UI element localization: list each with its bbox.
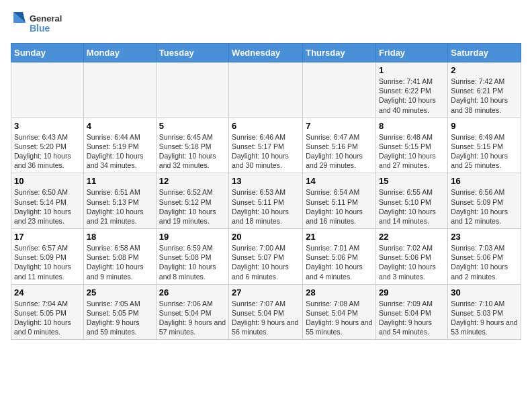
day-number: 1 bbox=[379, 65, 445, 75]
day-info: Sunrise: 7:06 AM Sunset: 5:04 PM Dayligh… bbox=[159, 299, 226, 337]
day-info: Sunrise: 7:42 AM Sunset: 6:21 PM Dayligh… bbox=[451, 77, 518, 115]
weekday-header-row: SundayMondayTuesdayWednesdayThursdayFrid… bbox=[11, 44, 521, 62]
day-number: 3 bbox=[14, 121, 81, 131]
day-number: 10 bbox=[14, 176, 81, 186]
day-info: Sunrise: 7:10 AM Sunset: 5:03 PM Dayligh… bbox=[451, 299, 518, 337]
calendar-cell: 30Sunrise: 7:10 AM Sunset: 5:03 PM Dayli… bbox=[448, 284, 521, 340]
week-row-2: 10Sunrise: 6:50 AM Sunset: 5:14 PM Dayli… bbox=[11, 173, 521, 229]
day-info: Sunrise: 7:00 AM Sunset: 5:07 PM Dayligh… bbox=[232, 243, 300, 281]
calendar-cell: 14Sunrise: 6:54 AM Sunset: 5:11 PM Dayli… bbox=[303, 173, 376, 229]
weekday-header-tuesday: Tuesday bbox=[156, 44, 228, 62]
calendar-cell: 22Sunrise: 7:02 AM Sunset: 5:06 PM Dayli… bbox=[376, 229, 448, 285]
week-row-4: 24Sunrise: 7:04 AM Sunset: 5:05 PM Dayli… bbox=[11, 284, 521, 340]
calendar-cell: 12Sunrise: 6:52 AM Sunset: 5:12 PM Dayli… bbox=[156, 173, 228, 229]
day-info: Sunrise: 7:08 AM Sunset: 5:04 PM Dayligh… bbox=[306, 299, 373, 337]
calendar-cell bbox=[83, 62, 156, 118]
weekday-header-thursday: Thursday bbox=[303, 44, 376, 62]
calendar-cell: 10Sunrise: 6:50 AM Sunset: 5:14 PM Dayli… bbox=[11, 173, 84, 229]
day-number: 15 bbox=[379, 176, 445, 186]
day-number: 30 bbox=[451, 287, 518, 298]
calendar-cell bbox=[303, 62, 376, 118]
calendar-cell: 3Sunrise: 6:43 AM Sunset: 5:20 PM Daylig… bbox=[11, 118, 84, 173]
svg-text:Blue: Blue bbox=[30, 23, 50, 34]
day-info: Sunrise: 6:50 AM Sunset: 5:14 PM Dayligh… bbox=[14, 187, 81, 226]
calendar-cell: 26Sunrise: 7:06 AM Sunset: 5:04 PM Dayli… bbox=[156, 284, 228, 340]
day-number: 19 bbox=[159, 232, 226, 242]
calendar-body: 1Sunrise: 7:41 AM Sunset: 6:22 PM Daylig… bbox=[11, 62, 521, 340]
day-number: 21 bbox=[306, 232, 373, 242]
calendar-cell: 20Sunrise: 7:00 AM Sunset: 5:07 PM Dayli… bbox=[229, 229, 303, 285]
day-number: 13 bbox=[232, 176, 300, 186]
calendar-cell: 6Sunrise: 6:46 AM Sunset: 5:17 PM Daylig… bbox=[229, 118, 303, 173]
day-info: Sunrise: 6:48 AM Sunset: 5:15 PM Dayligh… bbox=[379, 132, 445, 171]
calendar-cell: 23Sunrise: 7:03 AM Sunset: 5:06 PM Dayli… bbox=[448, 229, 521, 285]
day-info: Sunrise: 6:51 AM Sunset: 5:13 PM Dayligh… bbox=[87, 187, 153, 226]
day-number: 7 bbox=[306, 121, 373, 131]
calendar-cell: 29Sunrise: 7:09 AM Sunset: 5:04 PM Dayli… bbox=[376, 284, 448, 340]
day-number: 22 bbox=[379, 232, 445, 242]
day-info: Sunrise: 6:52 AM Sunset: 5:12 PM Dayligh… bbox=[159, 187, 226, 226]
day-info: Sunrise: 7:03 AM Sunset: 5:06 PM Dayligh… bbox=[451, 243, 518, 281]
weekday-header-wednesday: Wednesday bbox=[229, 44, 303, 62]
day-info: Sunrise: 7:01 AM Sunset: 5:06 PM Dayligh… bbox=[306, 243, 373, 281]
calendar-cell: 16Sunrise: 6:56 AM Sunset: 5:09 PM Dayli… bbox=[448, 173, 521, 229]
day-info: Sunrise: 6:43 AM Sunset: 5:20 PM Dayligh… bbox=[14, 132, 81, 171]
calendar-cell: 7Sunrise: 6:47 AM Sunset: 5:16 PM Daylig… bbox=[303, 118, 376, 173]
logo: General Blue bbox=[11, 11, 64, 38]
calendar-cell: 28Sunrise: 7:08 AM Sunset: 5:04 PM Dayli… bbox=[303, 284, 376, 340]
day-info: Sunrise: 7:02 AM Sunset: 5:06 PM Dayligh… bbox=[379, 243, 445, 281]
day-info: Sunrise: 6:44 AM Sunset: 5:19 PM Dayligh… bbox=[87, 132, 153, 171]
day-number: 11 bbox=[87, 176, 153, 186]
day-info: Sunrise: 7:07 AM Sunset: 5:04 PM Dayligh… bbox=[232, 299, 300, 337]
calendar-cell: 25Sunrise: 7:05 AM Sunset: 5:05 PM Dayli… bbox=[83, 284, 156, 340]
svg-text:General: General bbox=[30, 13, 62, 24]
weekday-header-friday: Friday bbox=[376, 44, 448, 62]
calendar-cell: 5Sunrise: 6:45 AM Sunset: 5:18 PM Daylig… bbox=[156, 118, 228, 173]
week-row-3: 17Sunrise: 6:57 AM Sunset: 5:09 PM Dayli… bbox=[11, 229, 521, 285]
calendar-cell: 15Sunrise: 6:55 AM Sunset: 5:10 PM Dayli… bbox=[376, 173, 448, 229]
logo-svg: General Blue bbox=[11, 11, 64, 38]
day-number: 12 bbox=[159, 176, 226, 186]
day-number: 8 bbox=[379, 121, 445, 131]
day-number: 4 bbox=[87, 121, 153, 131]
day-info: Sunrise: 6:54 AM Sunset: 5:11 PM Dayligh… bbox=[306, 187, 373, 226]
calendar-cell: 17Sunrise: 6:57 AM Sunset: 5:09 PM Dayli… bbox=[11, 229, 84, 285]
day-info: Sunrise: 7:09 AM Sunset: 5:04 PM Dayligh… bbox=[379, 299, 445, 337]
day-number: 2 bbox=[451, 65, 518, 75]
calendar-cell: 19Sunrise: 6:59 AM Sunset: 5:08 PM Dayli… bbox=[156, 229, 228, 285]
day-number: 23 bbox=[451, 232, 518, 242]
week-row-0: 1Sunrise: 7:41 AM Sunset: 6:22 PM Daylig… bbox=[11, 62, 521, 118]
calendar-cell: 27Sunrise: 7:07 AM Sunset: 5:04 PM Dayli… bbox=[229, 284, 303, 340]
day-number: 6 bbox=[232, 121, 300, 131]
weekday-header-saturday: Saturday bbox=[448, 44, 521, 62]
weekday-header-sunday: Sunday bbox=[11, 44, 84, 62]
day-number: 20 bbox=[232, 232, 300, 242]
week-row-1: 3Sunrise: 6:43 AM Sunset: 5:20 PM Daylig… bbox=[11, 118, 521, 173]
calendar-cell bbox=[229, 62, 303, 118]
day-info: Sunrise: 7:05 AM Sunset: 5:05 PM Dayligh… bbox=[87, 299, 153, 337]
calendar-cell: 21Sunrise: 7:01 AM Sunset: 5:06 PM Dayli… bbox=[303, 229, 376, 285]
header-area: General Blue bbox=[11, 11, 521, 38]
calendar-cell bbox=[156, 62, 228, 118]
day-number: 29 bbox=[379, 287, 445, 298]
calendar-cell: 8Sunrise: 6:48 AM Sunset: 5:15 PM Daylig… bbox=[376, 118, 448, 173]
day-number: 9 bbox=[451, 121, 518, 131]
calendar-cell bbox=[11, 62, 84, 118]
day-info: Sunrise: 6:59 AM Sunset: 5:08 PM Dayligh… bbox=[159, 243, 226, 281]
calendar-table: SundayMondayTuesdayWednesdayThursdayFrid… bbox=[11, 43, 521, 340]
calendar-cell: 4Sunrise: 6:44 AM Sunset: 5:19 PM Daylig… bbox=[83, 118, 156, 173]
calendar-cell: 18Sunrise: 6:58 AM Sunset: 5:08 PM Dayli… bbox=[83, 229, 156, 285]
day-info: Sunrise: 6:53 AM Sunset: 5:11 PM Dayligh… bbox=[232, 187, 300, 226]
weekday-header-monday: Monday bbox=[83, 44, 156, 62]
day-info: Sunrise: 6:56 AM Sunset: 5:09 PM Dayligh… bbox=[451, 187, 518, 226]
day-number: 14 bbox=[306, 176, 373, 186]
calendar-cell: 9Sunrise: 6:49 AM Sunset: 5:15 PM Daylig… bbox=[448, 118, 521, 173]
calendar-cell: 13Sunrise: 6:53 AM Sunset: 5:11 PM Dayli… bbox=[229, 173, 303, 229]
day-number: 18 bbox=[87, 232, 153, 242]
day-info: Sunrise: 6:46 AM Sunset: 5:17 PM Dayligh… bbox=[232, 132, 300, 171]
day-number: 25 bbox=[87, 287, 153, 298]
day-info: Sunrise: 6:55 AM Sunset: 5:10 PM Dayligh… bbox=[379, 187, 445, 226]
day-number: 16 bbox=[451, 176, 518, 186]
day-number: 24 bbox=[14, 287, 81, 298]
calendar-cell: 2Sunrise: 7:42 AM Sunset: 6:21 PM Daylig… bbox=[448, 62, 521, 118]
